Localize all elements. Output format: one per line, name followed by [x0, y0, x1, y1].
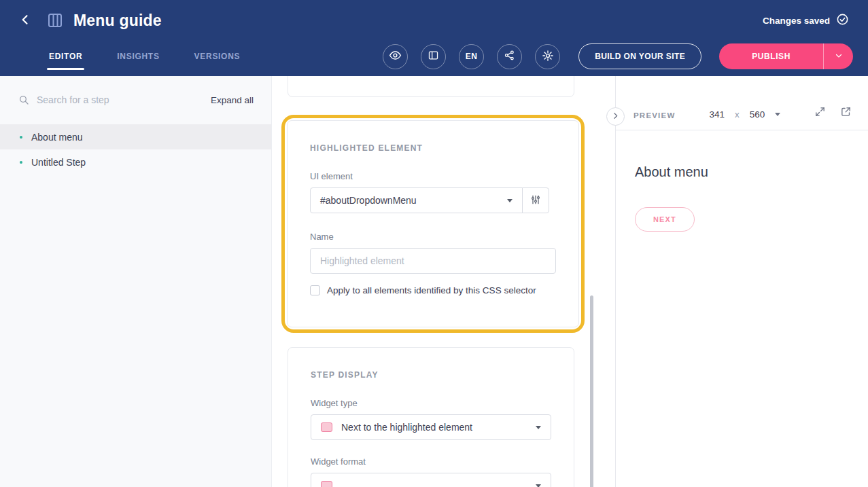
step-editor-panel: HIGHLIGHTED ELEMENT UI element #aboutDro…: [272, 76, 615, 487]
editor-scrollbar[interactable]: [590, 295, 593, 487]
step-search-row: Expand all: [0, 76, 271, 119]
sliders-icon: [530, 194, 541, 207]
apply-all-checkbox-label: Apply to all elements identified by this…: [327, 285, 536, 295]
steps-sidebar: Expand all About menu Untitled Step: [0, 76, 272, 487]
build-on-your-site-button[interactable]: BUILD ON YOUR SITE: [578, 43, 701, 69]
ui-element-label: UI element: [310, 171, 556, 181]
settings-button[interactable]: [535, 44, 560, 69]
language-label: EN: [466, 52, 478, 61]
preview-dimensions-select[interactable]: 341 x 560: [709, 109, 780, 120]
topbar-nav-row: EDITOR INSIGHTS VERSIONS EN: [0, 41, 868, 72]
changes-saved-status: Changes saved: [763, 13, 853, 28]
step-list: About menu Untitled Step: [0, 124, 271, 175]
guide-icon: [46, 12, 64, 29]
widget-format-option: [321, 481, 332, 487]
chevron-right-icon: [611, 111, 620, 122]
step-display-card: STEP DISPLAY Widget type Next to the hig…: [288, 347, 574, 487]
topbar-title-row: Menu guide Changes saved: [0, 0, 868, 41]
expand-all-button[interactable]: Expand all: [211, 95, 254, 105]
section-title: HIGHLIGHTED ELEMENT: [310, 143, 556, 153]
preview-header: PREVIEW 341 x 560: [616, 76, 868, 130]
preview-title: PREVIEW: [633, 111, 675, 120]
check-circle-icon: [836, 13, 849, 28]
publish-dropdown-button[interactable]: [823, 43, 853, 69]
widget-format-select[interactable]: [311, 473, 551, 487]
fullscreen-preview-button[interactable]: [814, 106, 826, 120]
changes-saved-label: Changes saved: [763, 16, 830, 26]
tooltip-widget-icon: [321, 481, 332, 487]
selector-settings-button[interactable]: [522, 187, 549, 213]
topbar: Menu guide Changes saved EDITOR INSIGHTS…: [0, 0, 868, 76]
page-title: Menu guide: [73, 12, 162, 30]
highlighted-element-card: HIGHLIGHTED ELEMENT UI element #aboutDro…: [287, 120, 579, 327]
chevron-down-icon: [507, 199, 513, 202]
collapse-preview-button[interactable]: [606, 107, 625, 126]
step-item-untitled-step[interactable]: Untitled Step: [0, 149, 271, 175]
chevron-down-icon: [775, 113, 780, 116]
expand-icon: [814, 106, 826, 120]
eye-icon: [389, 49, 402, 64]
ui-element-value: #aboutDropdownMenu: [320, 195, 417, 206]
gear-icon: [542, 50, 554, 64]
tab-editor[interactable]: EDITOR: [49, 52, 82, 61]
highlighted-element-name-input[interactable]: [310, 248, 556, 274]
tab-versions[interactable]: VERSIONS: [194, 52, 241, 61]
layout-panel-button[interactable]: [421, 44, 446, 69]
share-button[interactable]: [497, 44, 522, 69]
back-button[interactable]: [15, 10, 35, 31]
search-icon: [18, 94, 29, 105]
preview-panel: PREVIEW 341 x 560 About menu NEXT: [615, 76, 868, 487]
preview-width-value: 341: [709, 109, 725, 120]
preview-header-icons: [814, 106, 852, 120]
widget-type-option: Next to the highlighted element: [321, 422, 472, 433]
step-dot-icon: [20, 161, 22, 164]
preview-body: About menu NEXT: [616, 130, 868, 232]
widget-type-value: Next to the highlighted element: [341, 422, 472, 433]
section-title: STEP DISPLAY: [311, 370, 551, 380]
language-button[interactable]: EN: [459, 44, 484, 69]
chevron-down-icon: [536, 484, 541, 487]
widget-type-label: Widget type: [311, 398, 551, 408]
ui-element-select[interactable]: #aboutDropdownMenu: [310, 187, 523, 213]
step-item-about-menu[interactable]: About menu: [0, 124, 271, 149]
apply-all-checkbox[interactable]: [310, 285, 320, 295]
apply-all-checkbox-row: Apply to all elements identified by this…: [310, 285, 556, 295]
step-search-input[interactable]: [37, 94, 203, 105]
widget-format-label: Widget format: [311, 456, 551, 467]
open-in-new-window-button[interactable]: [840, 106, 852, 120]
tab-insights[interactable]: INSIGHTS: [117, 52, 159, 61]
external-link-icon: [840, 106, 852, 120]
highlighted-section-outline: HIGHLIGHTED ELEMENT UI element #aboutDro…: [281, 115, 585, 333]
name-label: Name: [310, 232, 556, 242]
preview-next-button[interactable]: NEXT: [635, 207, 695, 232]
topbar-controls: EN BUILD ON YOUR SITE PUBLISH: [383, 43, 853, 69]
preview-eye-button[interactable]: [383, 44, 408, 69]
previous-section-card: [288, 76, 574, 97]
preview-step-heading: About menu: [635, 164, 868, 180]
share-icon: [504, 50, 515, 63]
step-item-label: About menu: [31, 132, 83, 143]
main-tabs: EDITOR INSIGHTS VERSIONS: [49, 52, 240, 61]
publish-split-button: PUBLISH: [719, 43, 853, 69]
chevron-down-icon: [536, 426, 541, 429]
step-dot-icon: [20, 136, 22, 139]
dimension-separator: x: [735, 109, 740, 120]
chevron-left-icon: [18, 13, 32, 29]
ui-element-row: #aboutDropdownMenu: [310, 187, 556, 213]
widget-type-select[interactable]: Next to the highlighted element: [311, 414, 551, 440]
tooltip-widget-icon: [321, 422, 332, 432]
chevron-down-icon: [835, 52, 843, 62]
publish-button[interactable]: PUBLISH: [719, 43, 823, 69]
panel-icon: [428, 50, 439, 63]
preview-height-value: 560: [750, 109, 765, 120]
step-item-label: Untitled Step: [31, 157, 86, 168]
